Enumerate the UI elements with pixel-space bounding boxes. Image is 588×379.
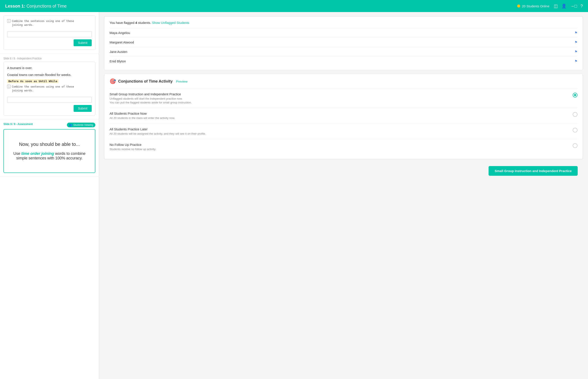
option-all-later[interactable]: All Students Practice Later All 20 stude…	[110, 124, 577, 139]
radio-all-later[interactable]	[573, 128, 577, 132]
info-icon: i	[7, 19, 11, 23]
activity-header: 🎯 Conjunctions of Time Activity Preview	[110, 78, 577, 84]
profile-icon[interactable]: 👤	[561, 3, 567, 9]
option-desc: Unflagged students will start the indepe…	[110, 97, 573, 105]
assessment-subtitle: Use time order joining words to combine …	[12, 151, 87, 160]
info-box-bottom: i Combine the sentences using one of the…	[7, 85, 92, 93]
slide8-top: i Combine the sentences using one of the…	[0, 12, 99, 54]
target-icon: 🎯	[110, 78, 116, 84]
option-desc: Students receive no follow up activity.	[110, 147, 573, 151]
header-right: 20 Students Online ◫ 👤 →□ ?	[517, 3, 583, 9]
option-desc: All 20 students will be assigned the act…	[110, 132, 573, 136]
student-row: Margaret Atwood ⚑	[110, 37, 577, 47]
info-box-top: i Combine the sentences using one of the…	[7, 19, 92, 27]
activity-section: 🎯 Conjunctions of Time Activity Preview …	[104, 74, 583, 159]
slide8-label: Slide 8 / 9 - Independent Practice	[3, 57, 95, 60]
assessment-title: Now, you should be able to...	[12, 142, 87, 147]
slide9-card: Now, you should be able to... Use time o…	[3, 129, 95, 173]
submit-button-top[interactable]: Submit	[74, 39, 92, 46]
option-desc: All 20 students in the class will enter …	[110, 116, 573, 120]
radio-no-followup[interactable]	[573, 143, 577, 148]
info-icon-2: i	[7, 85, 11, 88]
option-title: All Students Practice Now	[110, 112, 573, 115]
student-row: Jane Austen ⚑	[110, 47, 577, 56]
assessment-content: Now, you should be able to... Use time o…	[7, 133, 91, 169]
exit-icon[interactable]: →□	[570, 4, 577, 9]
online-dot-icon	[517, 4, 520, 8]
main-layout: i Combine the sentences using one of the…	[0, 12, 588, 379]
slide8-text2: Coastal towns can remain flooded for wee…	[7, 72, 92, 78]
preview-link[interactable]: Preview	[176, 79, 187, 83]
slide9-header: Slide 9 / 9 - Assessment 👥 Students View…	[3, 123, 95, 127]
slide9-label: Slide 9 / 9 - Assessment	[3, 123, 33, 126]
lesson-title: Lesson 1: Conjunctions of Time	[5, 4, 67, 9]
answer-input-bottom[interactable]	[7, 97, 92, 103]
flagged-section: You have flagged 4 students. Show Unflag…	[104, 16, 583, 70]
person-icon: 👥	[69, 124, 72, 126]
flag-icon: ⚑	[574, 31, 577, 35]
option-title: All Students Practice Later	[110, 127, 573, 131]
student-row: Enid Blyton ⚑	[110, 56, 577, 66]
radio-all-now[interactable]	[573, 112, 577, 117]
option-title: No Follow Up Practice	[110, 143, 573, 146]
slide8-bottom: Slide 8 / 9 - Independent Practice A tsu…	[0, 54, 99, 119]
bottom-bar: Small Group Instruction and Independent …	[104, 163, 583, 179]
answer-input-top[interactable]	[7, 31, 92, 37]
slide8-card: A tsunami is over. Coastal towns can rem…	[3, 62, 95, 115]
slide8-card-top: i Combine the sentences using one of the…	[3, 16, 95, 50]
word-choices: Before As soon as Until While	[7, 79, 59, 83]
option-no-followup[interactable]: No Follow Up Practice Students receive n…	[110, 139, 577, 155]
activity-title: Conjunctions of Time Activity	[118, 79, 173, 84]
option-title: Small Group Instruction and Independent …	[110, 92, 573, 96]
student-row: Maya Angelou ⚑	[110, 28, 577, 37]
submit-button-bottom[interactable]: Submit	[74, 105, 92, 112]
right-panel: You have flagged 4 students. Show Unflag…	[99, 12, 588, 379]
action-button[interactable]: Small Group Instruction and Independent …	[489, 166, 578, 176]
flagged-header: You have flagged 4 students. Show Unflag…	[110, 21, 577, 25]
flag-icon: ⚑	[574, 59, 577, 63]
option-all-now[interactable]: All Students Practice Now All 20 student…	[110, 108, 577, 124]
show-unflagged-link[interactable]: Show Unflagged Students	[152, 21, 189, 25]
students-online-indicator: 20 Students Online	[517, 4, 550, 8]
radio-small-group[interactable]	[573, 93, 577, 97]
flagged-students-list: Maya Angelou ⚑ Margaret Atwood ⚑ Jane Au…	[110, 28, 577, 66]
option-small-group[interactable]: Small Group Instruction and Independent …	[110, 89, 577, 108]
highlight-text: time order joining	[21, 151, 54, 156]
flag-icon: ⚑	[574, 50, 577, 54]
app-header: Lesson 1: Conjunctions of Time 20 Studen…	[0, 0, 588, 12]
left-panel: i Combine the sentences using one of the…	[0, 12, 99, 379]
slide8-text1: A tsunami is over.	[7, 65, 92, 71]
present-icon[interactable]: ◫	[554, 3, 558, 9]
help-icon[interactable]: ?	[580, 4, 583, 9]
students-viewing-badge: 👥 Students Viewing	[67, 123, 95, 127]
slide9-block: Slide 9 / 9 - Assessment 👥 Students View…	[0, 119, 99, 177]
flag-icon: ⚑	[574, 40, 577, 44]
header-icons: ◫ 👤 →□ ?	[554, 3, 583, 9]
